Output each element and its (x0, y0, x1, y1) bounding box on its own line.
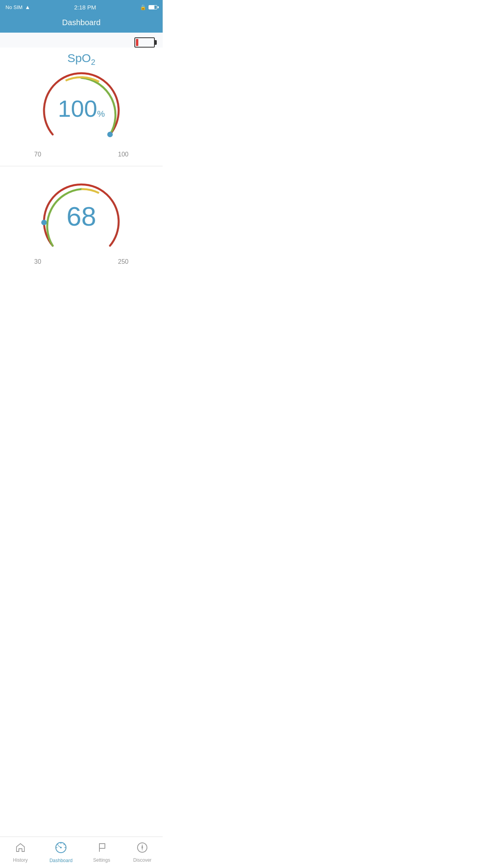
page-title: Dashboard (62, 18, 101, 27)
carrier-label: No SIM (6, 4, 22, 10)
spo2-gauge-wrapper: 100% (34, 71, 128, 149)
status-bar: No SIM ▲ 2:18 PM 🔒 (0, 0, 163, 14)
wifi-icon: ▲ (25, 4, 30, 10)
spo2-subscript: 2 (91, 58, 95, 66)
spo2-value: 100 (58, 96, 97, 122)
battery-widget (134, 37, 155, 48)
status-battery-icon (149, 5, 157, 9)
battery-fill (136, 39, 138, 46)
status-left: No SIM ▲ (6, 4, 30, 10)
spo2-min: 70 (34, 151, 41, 158)
spo2-label: SpO2 (8, 51, 155, 67)
spo2-endpoint-dot (107, 132, 113, 137)
main-content: SpO2 (0, 33, 163, 273)
spo2-label-text: SpO (67, 51, 91, 64)
spo2-value-container: 100% (58, 97, 105, 121)
spo2-range: 70 100 (26, 149, 136, 158)
pulse-arc-yellow (81, 189, 99, 193)
header: Dashboard (0, 14, 163, 33)
pulse-section: 68 30 250 (0, 166, 163, 273)
battery-container (0, 33, 163, 48)
pulse-value-container: 68 (66, 203, 96, 230)
lock-icon: 🔒 (140, 4, 146, 10)
spo2-max: 100 (118, 151, 128, 158)
spo2-unit: % (97, 109, 105, 119)
status-right: 🔒 (140, 4, 157, 10)
status-battery-fill (149, 6, 154, 9)
pulse-gauge-wrapper: 68 (34, 178, 128, 257)
spo2-section: SpO2 (0, 48, 163, 166)
pulse-endpoint-dot (41, 220, 47, 225)
pulse-value: 68 (66, 201, 96, 231)
status-time: 2:18 PM (74, 4, 96, 11)
